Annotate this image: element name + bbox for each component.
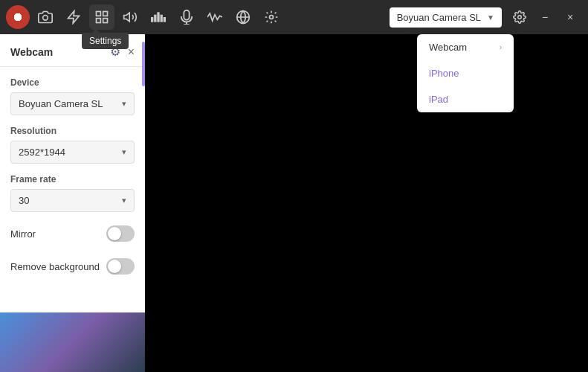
resolution-select-arrow: ▾ (122, 147, 126, 157)
remove-bg-toggle-knob (108, 260, 121, 273)
bars-button[interactable] (146, 4, 171, 30)
framerate-select-arrow: ▾ (122, 196, 126, 205)
svg-rect-9 (157, 12, 159, 22)
framerate-select[interactable]: 30 ▾ (10, 189, 135, 212)
svg-rect-12 (184, 10, 189, 20)
broadcast-button[interactable] (61, 4, 86, 30)
wave-button[interactable] (202, 4, 227, 30)
svg-marker-1 (68, 11, 80, 24)
remove-bg-toggle[interactable] (106, 258, 135, 275)
virtual-icon (236, 10, 251, 25)
close-icon: × (567, 11, 573, 23)
mic-button[interactable] (174, 4, 199, 30)
minimize-button[interactable]: − (533, 5, 557, 29)
bars-icon (151, 11, 166, 23)
audio-button[interactable] (117, 4, 143, 30)
svg-rect-5 (97, 19, 101, 23)
tooltip-label: Settings (89, 36, 121, 46)
panel-title: Webcam (10, 46, 53, 58)
device-label: Device (10, 77, 135, 88)
device-dropdown[interactable]: Boyuan Camera SL ▼ (390, 7, 502, 28)
panel-close-button[interactable]: × (128, 45, 135, 59)
resolution-field-group: Resolution 2592*1944 ▾ (10, 126, 135, 164)
device-field-group: Device Boyuan Camera SL ▾ (10, 77, 135, 115)
camera-view (145, 34, 588, 372)
framerate-value: 30 (19, 195, 29, 206)
resolution-select[interactable]: 2592*1944 ▾ (10, 141, 135, 164)
layout-button[interactable]: Settings (89, 4, 114, 30)
webcam-settings-panel: Webcam ⚙ × Device Boyuan Camera SL ▾ Res… (0, 34, 145, 372)
monitor-button[interactable] (259, 4, 284, 30)
record-icon: ⏺ (12, 10, 24, 24)
mirror-row: Mirror (10, 222, 135, 245)
svg-rect-8 (154, 15, 156, 22)
resolution-label: Resolution (10, 126, 135, 136)
webcam-label: Webcam (429, 42, 467, 53)
mirror-label: Mirror (10, 228, 36, 240)
dropdown-arrow-icon: ▼ (487, 13, 494, 22)
framerate-field-group: Frame rate 30 ▾ (10, 174, 135, 212)
iphone-label: iPhone (429, 68, 459, 79)
audio-icon (123, 10, 138, 25)
svg-rect-4 (103, 19, 108, 23)
close-button[interactable]: × (558, 5, 582, 29)
mirror-toggle[interactable] (106, 225, 135, 242)
mirror-toggle-knob (108, 227, 121, 240)
settings-tooltip: Settings (82, 33, 129, 49)
svg-point-17 (518, 16, 522, 19)
svg-rect-10 (161, 15, 163, 22)
layout-icon (94, 10, 109, 25)
wave-icon (207, 11, 222, 23)
svg-rect-3 (103, 12, 108, 16)
device-select[interactable]: Boyuan Camera SL ▾ (10, 92, 135, 115)
svg-rect-2 (97, 12, 101, 16)
record-button[interactable]: ⏺ (6, 5, 30, 29)
titlebar-center: Boyuan Camera SL ▼ (390, 7, 502, 28)
device-name-label: Boyuan Camera SL (397, 12, 481, 23)
svg-rect-11 (164, 17, 166, 22)
remove-bg-row: Remove background (10, 255, 135, 278)
svg-rect-7 (151, 17, 153, 22)
resolution-value: 2592*1944 (19, 147, 65, 158)
framerate-label: Frame rate (10, 174, 135, 185)
chevron-right-icon: › (500, 43, 502, 51)
monitor-icon (264, 10, 279, 25)
camera-button[interactable] (33, 4, 58, 30)
virtual-button[interactable] (230, 4, 256, 30)
dropdown-item-webcam[interactable]: Webcam › (417, 34, 514, 60)
titlebar: ⏺ Settings (0, 0, 588, 34)
dropdown-item-ipad[interactable]: iPad (417, 86, 514, 112)
gear-icon (513, 10, 526, 24)
svg-point-16 (270, 16, 274, 19)
titlebar-left: ⏺ Settings (6, 4, 390, 30)
device-select-arrow: ▾ (122, 99, 126, 109)
camera-preview-thumbnail (0, 312, 145, 372)
svg-marker-6 (124, 13, 130, 22)
svg-point-0 (43, 16, 48, 21)
dropdown-item-iphone[interactable]: iPhone (417, 60, 514, 86)
panel-body: Device Boyuan Camera SL ▾ Resolution 259… (0, 67, 145, 288)
broadcast-icon (66, 10, 81, 25)
remove-bg-label: Remove background (10, 261, 100, 272)
mic-icon (180, 10, 193, 25)
camera-icon (38, 10, 53, 25)
device-value: Boyuan Camera SL (19, 98, 103, 109)
ipad-label: iPad (429, 94, 448, 105)
settings-button[interactable] (508, 5, 532, 29)
minimize-icon: − (542, 11, 548, 23)
titlebar-right: − × (508, 5, 582, 29)
device-dropdown-menu: Webcam › iPhone iPad (417, 34, 514, 112)
